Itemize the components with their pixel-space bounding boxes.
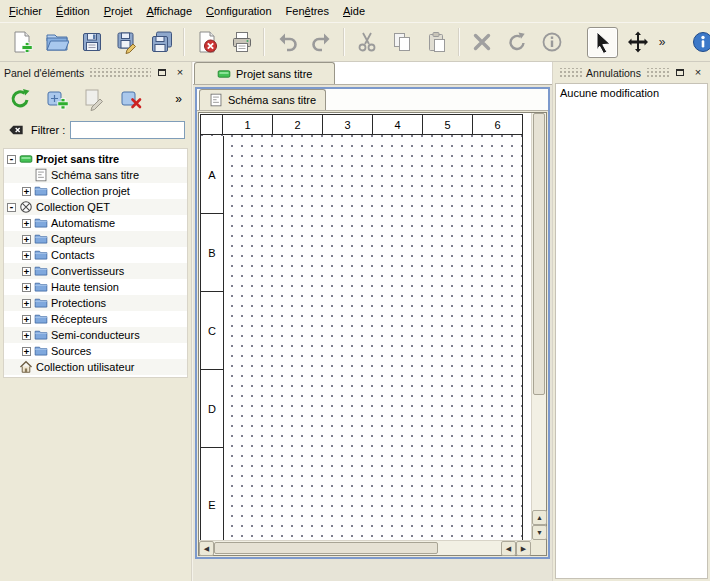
qet-icon <box>19 200 33 214</box>
row-header-B: B <box>201 214 223 292</box>
rotate-button[interactable] <box>501 27 532 58</box>
tab-schema[interactable]: Schéma sans titre <box>199 89 326 110</box>
scroll-left-button-2[interactable]: ◀ <box>501 541 516 556</box>
tree-item-automatisme[interactable]: +Automatisme <box>4 215 187 231</box>
scroll-down-button[interactable]: ▼ <box>532 525 547 540</box>
elements-toolbar-overflow-button[interactable]: » <box>175 92 185 106</box>
workspace: Projet sans titre Schéma sans titre <box>192 62 552 581</box>
column-header-2: 2 <box>273 115 323 134</box>
schema-canvas[interactable]: 123456 ABCDE <box>199 113 531 540</box>
properties-button[interactable] <box>536 27 567 58</box>
vertical-scroll-track[interactable] <box>532 113 546 510</box>
save-as-button[interactable] <box>111 27 142 58</box>
elements-toolbar: » <box>1 81 190 116</box>
delete-icon <box>470 30 494 54</box>
elements-panel-titlebar[interactable]: Panel d'éléments × <box>1 64 190 81</box>
project-pane: Schéma sans titre 123456 ABCDE <box>193 85 552 581</box>
select-tool-button[interactable] <box>587 27 618 58</box>
schema-icon <box>209 93 223 107</box>
menu-aide[interactable]: Aide <box>336 0 372 22</box>
expand-icon[interactable]: + <box>22 331 31 340</box>
reload-collections-button[interactable] <box>6 85 33 112</box>
undo-history-list[interactable]: Aucune modification <box>555 83 708 579</box>
move-tool-button[interactable] <box>622 27 653 58</box>
undo-panel-titlebar[interactable]: Annulations × <box>555 64 708 81</box>
main-area: Panel d'éléments × » Filtrer : -Projet s… <box>0 62 710 581</box>
clear-filter-icon[interactable] <box>6 122 26 138</box>
float-dock-button[interactable] <box>673 66 687 79</box>
expand-icon[interactable]: + <box>22 219 31 228</box>
tree-item-contacts[interactable]: +Contacts <box>4 247 187 263</box>
about-qet-button[interactable] <box>687 27 710 58</box>
expand-icon[interactable]: + <box>22 235 31 244</box>
edit-element-button[interactable] <box>80 85 107 112</box>
expand-icon[interactable]: + <box>22 299 31 308</box>
paste-button[interactable] <box>421 27 452 58</box>
tree-item-label: Projet sans titre <box>36 153 119 165</box>
float-icon <box>158 69 166 76</box>
tree-item-collection-utilisateur[interactable]: Collection utilisateur <box>4 359 187 375</box>
menu-configuration[interactable]: Configuration <box>199 0 278 22</box>
row-header-D: D <box>201 370 223 448</box>
menu-edition[interactable]: Édition <box>49 0 97 22</box>
tree-item-collection-projet[interactable]: +Collection projet <box>4 183 187 199</box>
new-project-button[interactable] <box>6 27 37 58</box>
folder-icon <box>34 216 48 230</box>
toolbar-separator <box>183 28 185 56</box>
collapse-icon[interactable]: - <box>7 155 16 164</box>
tree-item-projet-sans-titre[interactable]: -Projet sans titre <box>4 151 187 167</box>
close-dock-button[interactable]: × <box>173 66 187 79</box>
close-project-button[interactable] <box>191 27 222 58</box>
filter-input[interactable] <box>70 121 185 139</box>
redo-button[interactable] <box>306 27 337 58</box>
scroll-left-button[interactable]: ◀ <box>199 541 214 556</box>
print-button[interactable] <box>226 27 257 58</box>
tree-item-recepteurs[interactable]: +Récepteurs <box>4 311 187 327</box>
save-all-button[interactable] <box>146 27 177 58</box>
delete-button[interactable] <box>466 27 497 58</box>
expand-icon[interactable]: + <box>22 267 31 276</box>
expand-icon[interactable]: + <box>22 347 31 356</box>
tree-item-semi-conducteurs[interactable]: +Semi-conducteurs <box>4 327 187 343</box>
scroll-up-button[interactable]: ▲ <box>532 510 547 525</box>
vertical-scrollbar[interactable]: ▲ ▼ <box>531 113 546 540</box>
tree-item-protections[interactable]: +Protections <box>4 295 187 311</box>
menu-fichier[interactable]: Fichier <box>2 0 49 22</box>
float-dock-button[interactable] <box>155 66 169 79</box>
tree-item-sources[interactable]: +Sources <box>4 343 187 359</box>
row-header-A: A <box>201 136 223 214</box>
horizontal-scroll-track[interactable] <box>214 541 501 555</box>
vertical-scroll-thumb[interactable] <box>533 113 545 395</box>
undo-button[interactable] <box>271 27 302 58</box>
toolbar-overflow-button[interactable]: » <box>655 27 669 57</box>
new-element-button[interactable] <box>43 85 70 112</box>
tree-item-collection-qet[interactable]: -Collection QET <box>4 199 187 215</box>
copy-button[interactable] <box>386 27 417 58</box>
expand-icon[interactable]: + <box>22 283 31 292</box>
folder-icon <box>34 184 48 198</box>
collapse-icon[interactable]: - <box>7 203 16 212</box>
menu-fenetres[interactable]: Fenêtres <box>279 0 336 22</box>
tab-project[interactable]: Projet sans titre <box>194 62 335 84</box>
scroll-right-button[interactable]: ▶ <box>516 541 531 556</box>
expand-icon[interactable]: + <box>22 187 31 196</box>
expand-icon[interactable]: + <box>22 315 31 324</box>
tree-item-schema-sans-titre[interactable]: Schéma sans titre <box>4 167 187 183</box>
close-dock-button[interactable]: × <box>691 66 705 79</box>
save-button[interactable] <box>76 27 107 58</box>
open-project-button[interactable] <box>41 27 72 58</box>
horizontal-scrollbar[interactable]: ◀ ◀ ▶ <box>199 540 531 555</box>
folder-icon <box>34 344 48 358</box>
project-tabbar: Projet sans titre <box>193 62 552 85</box>
horizontal-scroll-thumb[interactable] <box>214 542 438 554</box>
menu-affichage[interactable]: Affichage <box>139 0 199 22</box>
menu-projet[interactable]: Projet <box>97 0 140 22</box>
tree-item-capteurs[interactable]: +Capteurs <box>4 231 187 247</box>
tree-item-convertisseurs[interactable]: +Convertisseurs <box>4 263 187 279</box>
open-folder-icon <box>45 30 69 54</box>
expand-icon[interactable]: + <box>22 251 31 260</box>
refresh-icon <box>8 87 32 111</box>
tree-item-haute-tension[interactable]: +Haute tension <box>4 279 187 295</box>
delete-element-button[interactable] <box>117 85 144 112</box>
cut-button[interactable] <box>351 27 382 58</box>
